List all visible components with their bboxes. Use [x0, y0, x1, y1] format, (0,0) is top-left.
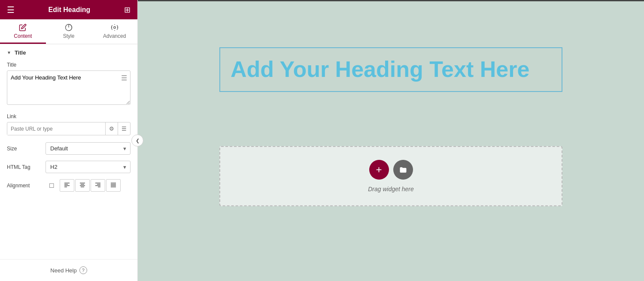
grid-icon[interactable]: ⊞ — [124, 5, 131, 15]
drop-zone: + Drag widget here — [219, 146, 562, 206]
link-field: Link ⚙ ☰ — [7, 113, 131, 135]
monitor-icon: ☐ — [49, 182, 55, 189]
tab-style-label: Style — [63, 33, 75, 39]
align-left-button[interactable] — [60, 179, 74, 192]
size-select-wrapper: Default Small Medium Large XL XXL ▼ — [46, 142, 131, 155]
tab-style[interactable]: Style — [46, 19, 92, 44]
html-tag-field-row: HTML Tag H1 H2 H3 H4 H5 H6 div span p ▼ — [7, 161, 131, 173]
section-title: ▼ Title — [7, 49, 131, 56]
title-textarea[interactable]: Add Your Heading Text Here — [7, 70, 131, 105]
svg-point-1 — [113, 27, 115, 29]
tab-advanced[interactable]: Advanced — [91, 19, 137, 44]
link-settings-button[interactable]: ⚙ — [105, 122, 118, 135]
hamburger-icon[interactable]: ☰ — [7, 5, 15, 15]
panel-title: Edit Heading — [49, 6, 91, 14]
collapse-sidebar-button[interactable]: ❮ — [131, 134, 143, 147]
align-center-button[interactable] — [75, 179, 90, 192]
section-arrow-icon: ▼ — [7, 50, 11, 55]
heading-text: Add Your Heading Text Here — [231, 57, 551, 82]
link-input[interactable] — [7, 123, 105, 135]
link-list-button[interactable]: ☰ — [118, 122, 130, 135]
size-field-row: Size Default Small Medium Large XL XXL ▼ — [7, 142, 131, 155]
link-row: ⚙ ☰ — [7, 122, 131, 135]
section-title-text: Title — [15, 49, 26, 56]
help-circle-icon[interactable]: ? — [79, 266, 87, 274]
need-help-text: Need Help — [50, 267, 76, 274]
tab-content-label: Content — [14, 33, 32, 39]
title-textarea-wrapper: Add Your Heading Text Here ☰ — [7, 70, 131, 107]
sidebar-content: ▼ Title Title Add Your Heading Text Here… — [0, 44, 137, 259]
title-field: Title Add Your Heading Text Here ☰ — [7, 62, 131, 107]
alignment-label: Alignment — [7, 183, 46, 189]
main-canvas: Add Your Heading Text Here + Drag widget… — [138, 0, 644, 281]
list-icon[interactable]: ☰ — [121, 74, 127, 82]
alignment-field-row: Alignment ☐ — [7, 179, 131, 192]
sidebar-footer: Need Help ? — [0, 259, 137, 281]
drag-widget-label: Drag widget here — [368, 186, 414, 192]
html-tag-label: HTML Tag — [7, 164, 46, 170]
top-border-line — [138, 0, 644, 1]
heading-widget[interactable]: Add Your Heading Text Here — [219, 47, 562, 92]
size-label: Size — [7, 146, 46, 152]
html-tag-select-wrapper: H1 H2 H3 H4 H5 H6 div span p ▼ — [46, 161, 131, 173]
widget-library-button[interactable] — [393, 160, 413, 180]
size-select[interactable]: Default Small Medium Large XL XXL — [46, 142, 131, 155]
tab-advanced-label: Advanced — [103, 33, 126, 39]
sidebar: ☰ Edit Heading ⊞ Content Style — [0, 0, 138, 281]
title-label: Title — [7, 62, 131, 68]
tab-content[interactable]: Content — [0, 19, 46, 44]
html-tag-select[interactable]: H1 H2 H3 H4 H5 H6 div span p — [46, 161, 131, 173]
align-justify-button[interactable] — [106, 179, 121, 192]
add-widget-button[interactable]: + — [369, 160, 389, 180]
sidebar-tabs: Content Style Advanced — [0, 19, 137, 44]
link-label: Link — [7, 113, 131, 119]
sidebar-header: ☰ Edit Heading ⊞ — [0, 0, 137, 19]
alignment-buttons — [60, 179, 121, 192]
drop-zone-buttons: + — [369, 160, 413, 180]
align-right-button[interactable] — [91, 179, 105, 192]
